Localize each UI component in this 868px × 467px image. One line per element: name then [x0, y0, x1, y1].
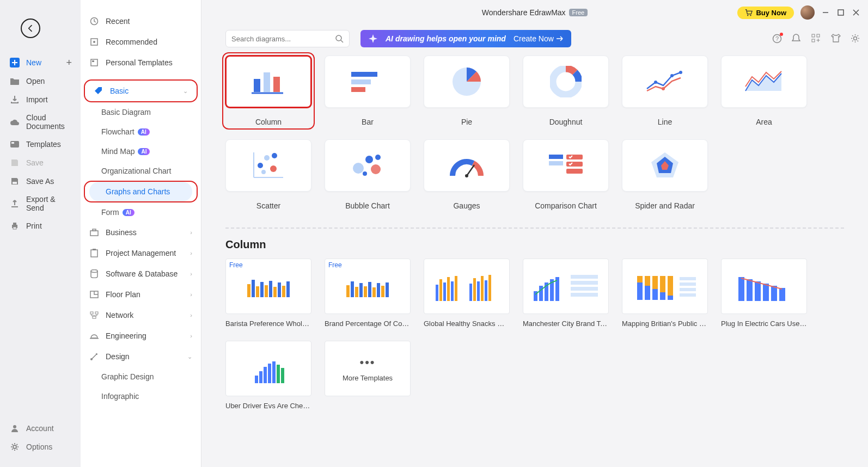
svg-rect-63	[549, 155, 563, 159]
briefcase-icon	[89, 228, 99, 237]
svg-rect-80	[481, 276, 484, 301]
tile-column[interactable]: Column	[225, 56, 311, 126]
sub-label: Graphs and Charts	[106, 187, 170, 196]
svg-rect-108	[755, 281, 761, 301]
tile-label: Area	[721, 108, 807, 126]
tile-line[interactable]: Line	[622, 56, 708, 126]
tile-radar[interactable]: Spider and Radar	[622, 139, 708, 210]
rail-open-label: Open	[26, 77, 45, 85]
svg-rect-104	[680, 288, 696, 291]
save-icon	[10, 158, 20, 168]
cat-recent[interactable]: Recent	[81, 11, 201, 32]
free-tag: Free	[328, 261, 342, 269]
tile-gauges[interactable]: Gauges	[424, 139, 510, 210]
plus-icon[interactable]: +	[66, 57, 72, 69]
sub-basic-diagram[interactable]: Basic Diagram	[81, 102, 201, 122]
rail-new[interactable]: New +	[0, 53, 81, 72]
template-card[interactable]: Global Healthy Snacks Mar...	[424, 259, 510, 328]
svg-rect-14	[90, 231, 98, 236]
cat-design[interactable]: Design⌄	[81, 346, 201, 367]
avatar[interactable]	[800, 5, 815, 20]
sub-mindmap[interactable]: Mind MapAI	[81, 142, 201, 161]
shirt-icon[interactable]	[831, 34, 841, 44]
cat-business[interactable]: Business›	[81, 222, 201, 243]
ai-banner[interactable]: AI drawing helps open your mind Create N…	[360, 30, 571, 47]
svg-point-18	[91, 270, 97, 273]
bubble-chart-icon	[350, 152, 386, 179]
cat-recommended[interactable]: Recommended	[81, 32, 201, 52]
sub-flowchart[interactable]: FlowchartAI	[81, 122, 201, 142]
rail-open[interactable]: Open	[0, 72, 81, 90]
cat-software[interactable]: Software & Database›	[81, 263, 201, 284]
cat-personal[interactable]: Personal Templates	[81, 52, 201, 73]
buy-now-button[interactable]: Buy Now	[737, 7, 794, 19]
rail-saveas[interactable]: Save As	[0, 172, 81, 191]
rail-templates[interactable]: Templates	[0, 135, 81, 153]
sub-infographic[interactable]: Infographic	[81, 386, 201, 406]
sub-graphs-charts[interactable]: Graphs and Charts	[89, 182, 192, 201]
rail-saveas-label: Save As	[26, 177, 54, 186]
pie-chart-icon	[451, 66, 482, 97]
close-button[interactable]	[852, 8, 860, 17]
bell-icon[interactable]	[792, 34, 802, 44]
settings-icon[interactable]	[851, 34, 860, 44]
search-box[interactable]	[225, 30, 350, 47]
template-card[interactable]: Mapping Britian's Public Fi...	[622, 259, 708, 328]
tile-area[interactable]: Area	[721, 56, 807, 126]
svg-rect-41	[351, 87, 365, 92]
rail-export[interactable]: Export & Send	[0, 191, 81, 217]
template-more[interactable]: ••• More Templates	[325, 341, 411, 410]
highlight-basic: Basic ⌄	[84, 79, 198, 102]
sub-graphic-design[interactable]: Graphic Design	[81, 367, 201, 386]
minimize-button[interactable]	[821, 8, 830, 17]
search-icon[interactable]	[335, 34, 344, 43]
print-icon	[10, 221, 20, 231]
svg-line-61	[467, 165, 474, 176]
sub-form[interactable]: FormAI	[81, 202, 201, 222]
rail-cloud[interactable]: Cloud Documents	[0, 109, 81, 135]
svg-point-51	[258, 163, 263, 168]
rail-save[interactable]: Save	[0, 153, 81, 172]
template-card[interactable]: Manchester City Brand Tea...	[523, 259, 609, 328]
cat-network[interactable]: Network›	[81, 305, 201, 325]
cart-icon	[745, 9, 753, 16]
radar-chart-icon	[648, 149, 682, 182]
tile-comparison[interactable]: Comparison Chart	[523, 139, 609, 210]
apps-icon[interactable]	[811, 34, 821, 44]
column-chart-icon	[249, 67, 288, 96]
template-card[interactable]: Free Barista Preference Whole ...	[225, 259, 311, 328]
rail-cloud-label: Cloud Documents	[26, 113, 71, 131]
search-input[interactable]	[231, 35, 335, 43]
sub-org-chart[interactable]: Organizational Chart	[81, 161, 201, 181]
cat-pm[interactable]: Project Management›	[81, 243, 201, 263]
tile-scatter[interactable]: Scatter	[225, 139, 311, 210]
tile-label: Bubble Chart	[325, 192, 411, 210]
cat-recent-label: Recent	[106, 17, 130, 26]
svg-rect-106	[738, 277, 744, 301]
banner-cta[interactable]: Create Now	[514, 34, 564, 43]
cat-engineering[interactable]: Engineering›	[81, 325, 201, 346]
templates-icon	[10, 139, 20, 149]
template-card[interactable]: Plug In Electric Cars Use In ...	[721, 259, 807, 328]
template-card[interactable]: Uber Driver Evs Are Cheap...	[225, 341, 311, 410]
svg-rect-97	[652, 276, 658, 289]
tile-doughnut[interactable]: Doughnut	[523, 56, 609, 126]
tile-bubble[interactable]: Bubble Chart	[325, 139, 411, 210]
cat-basic[interactable]: Basic ⌄	[85, 81, 197, 101]
rail-options[interactable]: Options	[0, 438, 81, 456]
chevron-right-icon: ›	[190, 271, 192, 277]
back-button[interactable]	[21, 19, 40, 38]
help-icon[interactable]: ?	[772, 34, 782, 44]
template-label: Global Healthy Snacks Mar...	[424, 314, 510, 328]
tile-bar[interactable]: Bar	[325, 56, 411, 126]
tile-pie[interactable]: Pie	[424, 56, 510, 126]
rail-print[interactable]: Print	[0, 217, 81, 235]
rail-import[interactable]: Import	[0, 90, 81, 109]
tile-label: Column	[225, 108, 311, 126]
maximize-button[interactable]	[836, 8, 845, 17]
mini-chart	[247, 275, 290, 297]
cat-floor[interactable]: Floor Plan›	[81, 284, 201, 305]
template-card[interactable]: Free Brand Percentage Of Cola ...	[325, 259, 411, 328]
rail-templates-label: Templates	[26, 140, 61, 149]
rail-account[interactable]: Account	[0, 419, 81, 438]
